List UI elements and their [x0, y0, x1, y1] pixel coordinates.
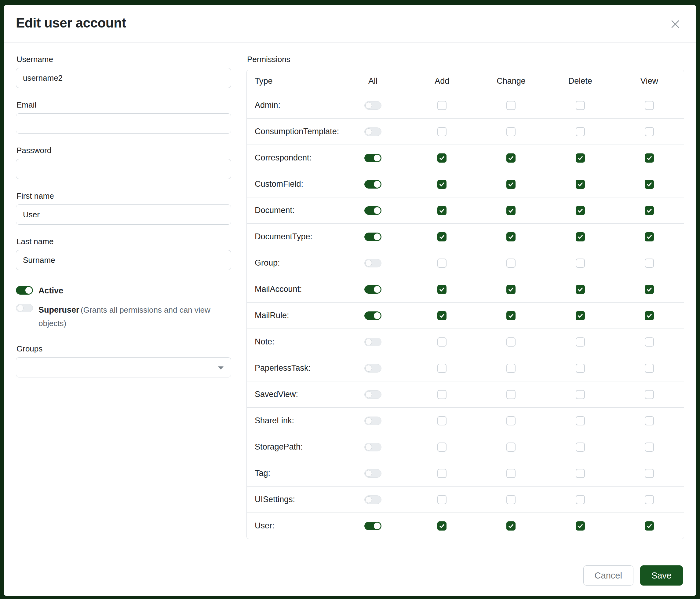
delete-checkbox[interactable] — [576, 232, 585, 241]
add-checkbox[interactable] — [438, 337, 447, 346]
change-checkbox[interactable] — [506, 259, 516, 268]
delete-checkbox[interactable] — [576, 311, 585, 320]
all-toggle[interactable] — [364, 496, 381, 504]
change-checkbox[interactable] — [506, 285, 516, 294]
all-toggle[interactable] — [364, 101, 381, 110]
password-input[interactable] — [16, 159, 231, 179]
delete-checkbox[interactable] — [576, 469, 585, 478]
change-checkbox[interactable] — [506, 390, 516, 399]
delete-checkbox[interactable] — [576, 390, 585, 399]
check-icon — [439, 313, 445, 319]
view-checkbox[interactable] — [645, 469, 654, 478]
change-checkbox[interactable] — [506, 153, 516, 163]
add-checkbox[interactable] — [438, 442, 447, 452]
change-checkbox[interactable] — [506, 442, 516, 452]
add-checkbox[interactable] — [438, 469, 447, 478]
change-checkbox[interactable] — [506, 416, 516, 425]
change-checkbox[interactable] — [506, 337, 516, 346]
delete-checkbox[interactable] — [576, 206, 585, 215]
delete-checkbox[interactable] — [576, 521, 585, 530]
all-toggle[interactable] — [364, 259, 381, 267]
view-checkbox[interactable] — [645, 153, 654, 163]
view-checkbox[interactable] — [645, 285, 654, 294]
change-checkbox[interactable] — [506, 101, 516, 110]
add-checkbox[interactable] — [438, 285, 447, 294]
all-toggle[interactable] — [364, 443, 381, 451]
view-checkbox[interactable] — [645, 127, 654, 136]
delete-checkbox[interactable] — [576, 259, 585, 268]
delete-checkbox[interactable] — [576, 101, 585, 110]
add-checkbox[interactable] — [438, 153, 447, 163]
close-button[interactable] — [668, 17, 683, 32]
delete-checkbox[interactable] — [576, 416, 585, 425]
view-checkbox[interactable] — [645, 311, 654, 320]
view-checkbox[interactable] — [645, 364, 654, 373]
all-toggle[interactable] — [364, 154, 381, 162]
change-checkbox[interactable] — [506, 521, 516, 530]
all-toggle[interactable] — [364, 206, 381, 215]
all-toggle[interactable] — [364, 364, 381, 373]
add-checkbox[interactable] — [438, 416, 447, 425]
superuser-toggle[interactable] — [16, 304, 33, 312]
username-input[interactable] — [16, 68, 231, 88]
all-toggle[interactable] — [364, 338, 381, 346]
add-checkbox[interactable] — [438, 101, 447, 110]
add-checkbox[interactable] — [438, 232, 447, 241]
toggle-knob — [374, 207, 380, 214]
add-checkbox[interactable] — [438, 364, 447, 373]
all-toggle[interactable] — [364, 390, 381, 399]
permission-type-label: MailAccount: — [247, 285, 339, 294]
view-checkbox[interactable] — [645, 232, 654, 241]
change-checkbox[interactable] — [506, 469, 516, 478]
add-checkbox[interactable] — [438, 521, 447, 530]
change-checkbox[interactable] — [506, 232, 516, 241]
view-checkbox[interactable] — [645, 416, 654, 425]
delete-checkbox[interactable] — [576, 153, 585, 163]
cancel-button[interactable]: Cancel — [583, 566, 633, 585]
all-toggle[interactable] — [364, 311, 381, 320]
change-checkbox[interactable] — [506, 127, 516, 136]
view-checkbox[interactable] — [645, 390, 654, 399]
view-checkbox[interactable] — [645, 101, 654, 110]
delete-checkbox[interactable] — [576, 495, 585, 504]
all-toggle[interactable] — [364, 180, 381, 189]
view-checkbox[interactable] — [645, 337, 654, 346]
delete-checkbox[interactable] — [576, 442, 585, 452]
add-checkbox[interactable] — [438, 495, 447, 504]
change-checkbox[interactable] — [506, 495, 516, 504]
delete-checkbox[interactable] — [576, 364, 585, 373]
add-checkbox[interactable] — [438, 390, 447, 399]
first-name-input[interactable] — [16, 205, 231, 224]
all-toggle[interactable] — [364, 127, 381, 136]
view-checkbox[interactable] — [645, 259, 654, 268]
add-checkbox[interactable] — [438, 311, 447, 320]
change-checkbox[interactable] — [506, 311, 516, 320]
delete-checkbox[interactable] — [576, 127, 585, 136]
email-input[interactable] — [16, 113, 231, 134]
save-button[interactable]: Save — [640, 566, 683, 585]
change-checkbox[interactable] — [506, 206, 516, 215]
delete-checkbox[interactable] — [576, 337, 585, 346]
delete-checkbox[interactable] — [576, 180, 585, 189]
groups-select[interactable] — [16, 357, 231, 378]
add-checkbox[interactable] — [438, 180, 447, 189]
all-toggle[interactable] — [364, 285, 381, 294]
all-toggle[interactable] — [364, 522, 381, 530]
active-toggle[interactable] — [16, 286, 33, 295]
delete-checkbox[interactable] — [576, 285, 585, 294]
all-toggle[interactable] — [364, 469, 381, 478]
view-checkbox[interactable] — [645, 442, 654, 452]
all-toggle[interactable] — [364, 416, 381, 425]
add-checkbox[interactable] — [438, 206, 447, 215]
view-checkbox[interactable] — [645, 521, 654, 530]
add-checkbox[interactable] — [438, 127, 447, 136]
view-checkbox[interactable] — [645, 206, 654, 215]
change-checkbox[interactable] — [506, 364, 516, 373]
last-name-input[interactable] — [16, 250, 231, 270]
column-header-all: All — [339, 76, 407, 86]
view-checkbox[interactable] — [645, 495, 654, 504]
add-checkbox[interactable] — [438, 259, 447, 268]
view-checkbox[interactable] — [645, 180, 654, 189]
all-toggle[interactable] — [364, 233, 381, 241]
change-checkbox[interactable] — [506, 180, 516, 189]
